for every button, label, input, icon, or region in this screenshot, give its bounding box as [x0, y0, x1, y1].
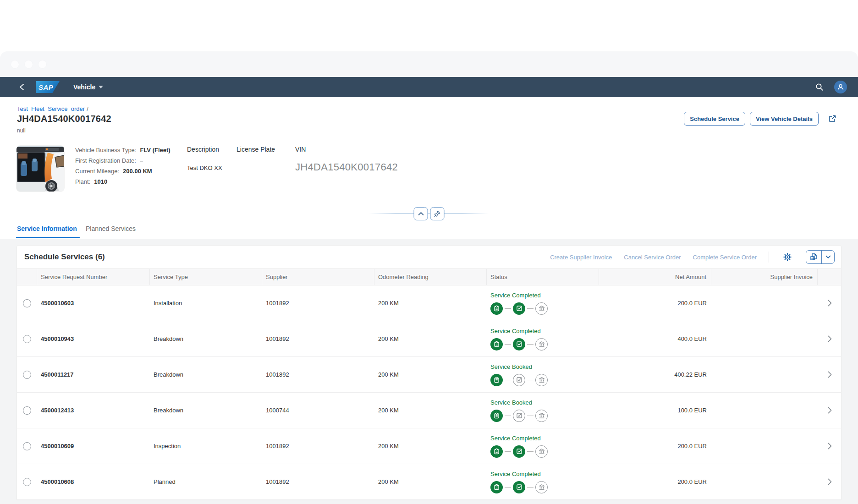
column-header[interactable]: Service Request Number	[37, 269, 150, 285]
cell-service-type: Inspection	[150, 443, 262, 449]
column-header[interactable]: Net Amount	[599, 269, 711, 285]
row-navigation-chevron[interactable]	[818, 371, 842, 378]
browser-chrome-bar	[0, 51, 858, 77]
step-confirmation-icon	[513, 410, 525, 422]
column-header[interactable]: Supplier	[262, 269, 374, 285]
table-row[interactable]: 4500010943 Breakdown 1001892 200 KM Serv…	[17, 321, 841, 357]
tab-service-information[interactable]: Service Information	[17, 225, 77, 232]
step-confirmation-icon	[513, 302, 525, 315]
search-button[interactable]	[813, 81, 826, 93]
app-title-menu[interactable]: Vehicle	[73, 83, 103, 91]
column-header[interactable]: Odometer Reading	[374, 269, 487, 285]
breadcrumb: Test_Fleet_Service_order/	[17, 105, 88, 112]
status-progress	[490, 410, 595, 422]
row-navigation-chevron[interactable]	[818, 478, 842, 485]
chevron-right-icon	[828, 371, 832, 378]
cell-status: Service Completed	[487, 435, 599, 458]
tab-planned-services[interactable]: Planned Services	[86, 225, 136, 232]
status-connector	[505, 380, 511, 380]
chevron-right-icon	[828, 335, 832, 342]
status-progress	[490, 374, 595, 386]
cell-net-amount: 200.0 EUR	[599, 478, 711, 485]
export-menu-arrow-button[interactable]	[822, 251, 834, 263]
step-service-order-icon	[490, 302, 503, 315]
cell-net-amount: 200.0 EUR	[599, 443, 711, 449]
column-header[interactable]: Status	[487, 269, 599, 285]
row-navigation-chevron[interactable]	[818, 300, 842, 307]
user-avatar-button[interactable]	[834, 81, 847, 93]
status-text: Service Completed	[490, 328, 595, 334]
table-row[interactable]: 4500010609 Inspection 1001892 200 KM Ser…	[17, 428, 841, 464]
breadcrumb-link[interactable]: Test_Fleet_Service_order	[17, 105, 85, 112]
row-select-radio[interactable]	[17, 478, 37, 486]
row-select-radio[interactable]	[17, 335, 37, 343]
chevron-up-icon	[418, 212, 424, 216]
attr-value: –	[140, 157, 143, 164]
row-select-radio[interactable]	[17, 406, 37, 415]
step-confirmation-icon	[513, 445, 525, 458]
table-row[interactable]: 4500012413 Breakdown 1000744 200 KM Serv…	[17, 393, 841, 428]
column-header[interactable]: Supplier Invoice	[711, 269, 818, 285]
row-select-radio[interactable]	[17, 371, 37, 379]
cell-service-request-number: 4500010609	[37, 443, 150, 449]
attr-value: 1010	[94, 178, 107, 185]
page-content: Schedule Services (6) Create Supplier In…	[0, 239, 858, 504]
table-body: 4500010603 Installation 1001892 200 KM S…	[17, 285, 841, 500]
back-button[interactable]	[12, 77, 32, 97]
facet-vin: VIN JH4DA1540K0017642	[295, 146, 398, 173]
table-row[interactable]: 4500011217 Breakdown 1001892 200 KM Serv…	[17, 357, 841, 393]
row-navigation-chevron[interactable]	[818, 335, 842, 342]
table-settings-button[interactable]	[781, 251, 794, 263]
facet-value-vin: JH4DA1540K0017642	[295, 161, 398, 173]
schedule-services-table: Schedule Services (6) Create Supplier In…	[16, 245, 842, 500]
schedule-service-button[interactable]: Schedule Service	[684, 112, 745, 126]
cell-odometer-reading: 200 KM	[374, 443, 487, 449]
attr-label: Current Mileage:	[75, 168, 119, 175]
cell-service-request-number: 4500010603	[37, 300, 150, 307]
attr-label: First Registration Date:	[75, 157, 136, 164]
step-supplier-invoice-icon	[535, 481, 548, 493]
export-spreadsheet-button[interactable]	[806, 251, 822, 263]
status-text: Service Completed	[490, 292, 595, 299]
table-header-row: Service Request Number Service Type Supp…	[17, 268, 841, 285]
cancel-service-order-link[interactable]: Cancel Service Order	[624, 254, 681, 261]
step-supplier-invoice-icon	[535, 410, 548, 422]
radio-icon	[23, 371, 31, 379]
complete-service-order-link[interactable]: Complete Service Order	[693, 254, 757, 261]
pin-header-button[interactable]	[430, 207, 445, 220]
column-header[interactable]: Service Type	[150, 269, 262, 285]
create-supplier-invoice-link[interactable]: Create Supplier Invoice	[550, 254, 612, 261]
step-service-order-icon	[490, 445, 503, 458]
cell-supplier: 1001892	[262, 335, 374, 342]
cell-service-type: Planned	[150, 478, 262, 485]
facet-value: Test DKO XX	[187, 164, 222, 171]
row-select-radio[interactable]	[17, 299, 37, 307]
toolbar-separator	[769, 252, 769, 263]
radio-icon	[23, 478, 31, 486]
collapse-header-button[interactable]	[414, 207, 428, 220]
row-select-radio[interactable]	[17, 442, 37, 450]
window-dot	[11, 60, 19, 68]
status-connector	[505, 487, 511, 488]
cell-service-type: Breakdown	[150, 407, 262, 414]
step-supplier-invoice-icon	[535, 302, 548, 315]
table-row[interactable]: 4500010603 Installation 1001892 200 KM S…	[17, 285, 841, 321]
share-button[interactable]	[826, 112, 839, 125]
page-subtitle: null	[17, 127, 26, 134]
view-vehicle-details-button[interactable]: View Vehicle Details	[750, 112, 819, 126]
row-navigation-chevron[interactable]	[818, 407, 842, 414]
cell-odometer-reading: 200 KM	[374, 478, 487, 485]
cell-service-request-number: 4500012413	[37, 407, 150, 414]
table-title: Schedule Services (6)	[24, 252, 105, 262]
table-row[interactable]: 4500010608 Planned 1001892 200 KM Servic…	[17, 464, 841, 500]
screen: SAP Vehicle Test_Fleet_Service_order/ JH…	[0, 0, 858, 504]
status-progress	[490, 481, 595, 493]
cell-service-type: Breakdown	[150, 371, 262, 378]
status-text: Service Completed	[490, 435, 595, 442]
row-navigation-chevron[interactable]	[818, 443, 842, 449]
header-anchor-bar	[369, 207, 489, 221]
facet-label: License Plate	[236, 146, 275, 153]
facet-label: VIN	[295, 146, 398, 153]
status-progress	[490, 338, 595, 351]
attr-label: Plant:	[75, 178, 90, 185]
